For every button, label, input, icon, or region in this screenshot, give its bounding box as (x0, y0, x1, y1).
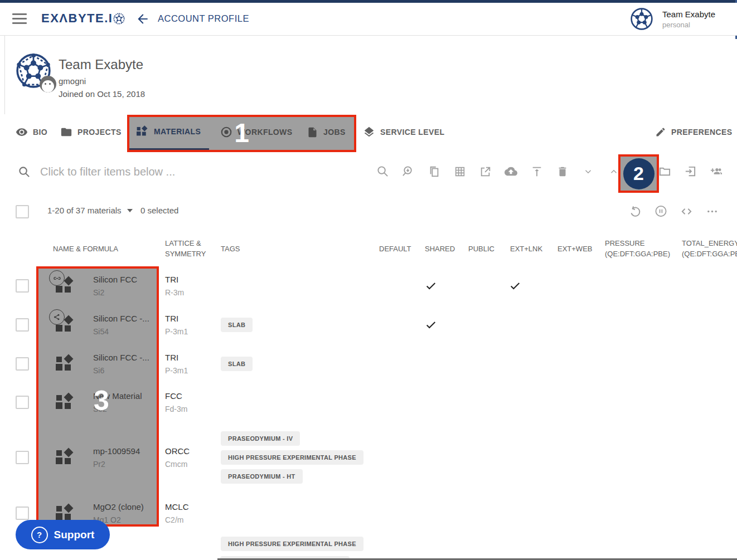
refresh-icon[interactable] (629, 205, 642, 218)
tag-chip: PRASEODYMIUM - HT (221, 469, 303, 484)
topbar-account-type: personal (662, 21, 715, 29)
profile-avatar (15, 52, 52, 89)
profile-joined-date: Joined on Oct 15, 2018 (59, 89, 145, 99)
folder-icon[interactable] (658, 165, 671, 178)
search-icon (18, 165, 31, 178)
page-title: ACCOUNT PROFILE (158, 13, 249, 24)
grid-icon[interactable] (453, 165, 466, 178)
tab-preferences[interactable]: PREFERENCES (655, 114, 732, 150)
col-tags[interactable]: TAGS (221, 243, 240, 254)
user-face-badge-icon (40, 76, 56, 92)
row-checkbox[interactable] (16, 451, 29, 464)
hamburger-menu-icon[interactable] (12, 13, 27, 25)
tab-bio[interactable]: BIO (16, 114, 47, 150)
code-icon[interactable] (680, 205, 693, 218)
annotation-box-3: 3 (36, 266, 159, 527)
support-label: Support (54, 529, 95, 541)
back-arrow-icon[interactable] (135, 12, 150, 28)
lattice-cell: TRIP-3m1 (165, 314, 188, 336)
col-default[interactable]: DEFAULT (379, 243, 411, 254)
profile-name: Team Exabyte (59, 57, 143, 72)
list-controls: 1-20 of 37 materials 0 selected (0, 192, 737, 231)
search-icon[interactable] (376, 165, 389, 178)
logo-text: EXΛBYTE.I (41, 11, 113, 26)
profile-tabs: BIO PROJECTS MATERIALS WORKFLOWS JOBS SE… (0, 114, 737, 151)
select-all-checkbox[interactable] (16, 205, 29, 218)
more-icon[interactable] (706, 205, 719, 218)
profile-username: gmogni (59, 76, 86, 86)
row-checkbox[interactable] (16, 507, 29, 520)
tag-chip: SLAB (221, 357, 253, 371)
pagination-range-dropdown[interactable]: 1-20 of 37 materials (47, 206, 133, 215)
open-in-new-icon[interactable] (479, 165, 492, 178)
table-header: NAME & FORMULA LATTICE &SYMMETRY TAGS DE… (0, 230, 737, 267)
exabyte-logo[interactable]: EXΛBYTE.I (41, 11, 125, 26)
logo-ball-icon (113, 13, 125, 25)
dropdown-caret-icon (127, 209, 133, 212)
lattice-cell: ORCCCmcm (165, 446, 190, 469)
tags-cell: PRASEODYMIUM - IV HIGH PRESSURE EXPERIME… (221, 431, 363, 484)
pause-circle-icon[interactable] (654, 205, 667, 218)
tab-service-level[interactable]: SERVICE LEVEL (363, 114, 444, 150)
table-row[interactable]: HIGH PRESSURE EXPERIMENTAL PHASE (0, 533, 737, 560)
col-ext-web[interactable]: EXT+WEB (557, 243, 593, 254)
lattice-cell: TRIP-3m1 (165, 353, 188, 375)
annotation-label-1: 1 (234, 118, 249, 148)
tag-chip: SLAB (221, 318, 253, 332)
selected-count: 0 selected (140, 206, 178, 215)
tag-chip: HIGH PRESSURE EXPERIMENTAL PHASE (221, 537, 363, 551)
row-checkbox[interactable] (16, 357, 29, 371)
pencil-icon (655, 126, 666, 138)
col-name-formula[interactable]: NAME & FORMULA (53, 243, 118, 254)
row-checkbox[interactable] (16, 279, 29, 293)
shared-check-icon (425, 319, 437, 331)
col-shared[interactable]: SHARED (425, 243, 455, 254)
top-app-bar: EXΛBYTE.I ACCOUNT PROFILE Team Exabyte p… (0, 3, 737, 36)
shared-check-icon (425, 280, 437, 292)
materials-toolbar (376, 150, 723, 192)
layers-icon (363, 126, 375, 138)
col-public[interactable]: PUBLIC (468, 243, 494, 254)
annotation-box-1: 1 (127, 115, 356, 152)
col-lattice-symmetry[interactable]: LATTICE &SYMMETRY (165, 238, 206, 259)
chevron-down-icon[interactable] (581, 165, 594, 178)
support-button[interactable]: ? Support (16, 520, 110, 549)
lattice-cell: TRIR-3m (165, 275, 184, 297)
delete-icon[interactable] (556, 165, 569, 178)
copy-icon[interactable] (428, 165, 440, 178)
cloud-upload-icon[interactable] (505, 165, 517, 178)
tag-chip: PRASEODYMIUM - IV (221, 431, 300, 446)
annotation-label-3: 3 (94, 384, 109, 417)
lattice-cell: FCCFd-3m (165, 391, 187, 413)
eye-icon (16, 126, 28, 138)
filter-input[interactable] (39, 160, 353, 183)
ext-lnk-check-icon (509, 280, 521, 292)
tag-chip: HIGH PRESSURE EXPERIMENTAL PHASE (221, 450, 363, 465)
topbar-account-name: Team Exabyte (662, 9, 715, 19)
question-mark-icon: ? (31, 527, 48, 543)
list-action-icons (629, 192, 719, 230)
row-checkbox[interactable] (16, 318, 29, 332)
folder-icon (60, 126, 72, 138)
col-total-energy[interactable]: TOTAL_ENERGY(QE:DFT:GGA:PBE) (682, 238, 737, 259)
group-add-icon[interactable] (710, 165, 723, 178)
lattice-cell: MCLCC2/m (165, 502, 189, 524)
advanced-search-icon[interactable] (402, 165, 415, 178)
annotation-label-2: 2 (623, 158, 654, 189)
upload-icon[interactable] (530, 165, 543, 178)
exit-to-app-icon[interactable] (684, 165, 697, 178)
team-avatar-icon (630, 7, 653, 31)
annotation-box-2: 2 (618, 154, 659, 193)
col-pressure[interactable]: PRESSURE(QE:DFT:GGA:PBE) (605, 238, 670, 259)
row-checkbox[interactable] (16, 396, 29, 409)
col-ext-lnk[interactable]: EXT+LNK (510, 243, 542, 254)
account-switcher[interactable]: Team Exabyte personal (630, 7, 715, 31)
tab-projects[interactable]: PROJECTS (60, 114, 122, 150)
